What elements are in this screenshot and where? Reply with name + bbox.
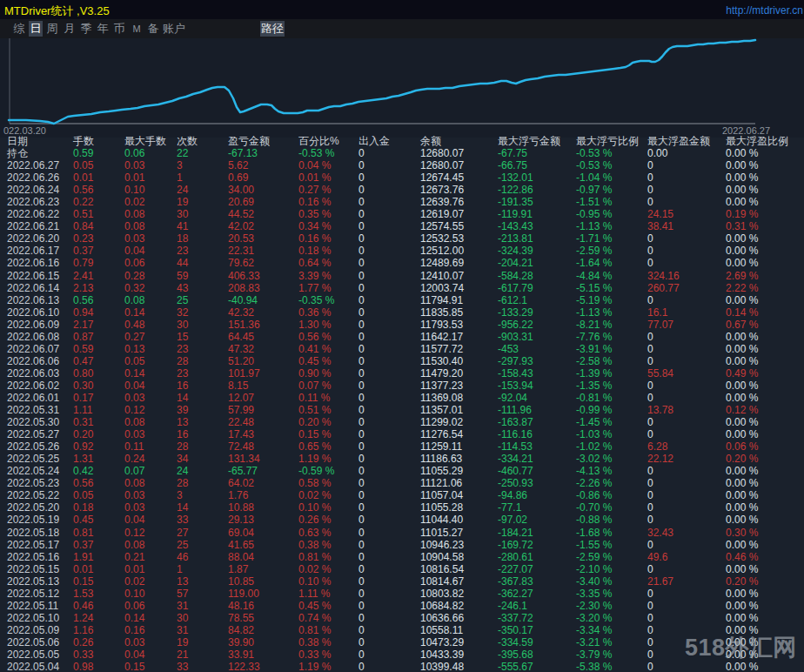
cell: -3.21 % <box>576 636 647 648</box>
cell: 44.52 <box>228 208 298 220</box>
cell: 0.07 % <box>298 380 358 392</box>
cell: 10904.58 <box>420 551 498 563</box>
cell: 0.46 % <box>726 551 804 563</box>
cell: 2022.05.04 <box>7 661 73 672</box>
cell: -3.79 % <box>576 648 647 661</box>
cell: -191.35 <box>498 196 576 208</box>
cell: 0 <box>647 380 726 392</box>
cell: 0 <box>647 343 726 355</box>
cell: -94.86 <box>498 489 576 501</box>
cell: 0.00 % <box>726 294 804 306</box>
cell: 16 <box>177 428 228 440</box>
cell: 10.88 <box>228 501 298 514</box>
cell: -116.16 <box>498 428 576 440</box>
table-row: 2022.06.010.170.031412.070.11 %011369.08… <box>0 392 804 404</box>
menu-item-8[interactable]: M <box>130 21 144 37</box>
cell: -2.10 % <box>576 563 647 575</box>
cell: 77.07 <box>647 319 726 331</box>
cell: 2022.05.31 <box>7 404 73 416</box>
cell: 119.00 <box>228 588 298 600</box>
cell: 0.14 <box>124 306 177 319</box>
cell: 0 <box>647 196 726 208</box>
cell: 11377.23 <box>420 380 498 392</box>
cell: 208.83 <box>228 282 298 294</box>
table-row: 2022.05.050.330.042133.910.33 %010433.39… <box>0 648 804 661</box>
menu-item-6[interactable]: 年 <box>96 21 110 37</box>
cell: 88.04 <box>228 551 298 563</box>
cell: 0 <box>358 343 420 355</box>
cell: 3.39 % <box>298 270 358 282</box>
cell: 8.15 <box>228 380 298 392</box>
cell: -1.39 % <box>576 367 647 380</box>
table-row: 2022.05.230.560.082864.020.58 %011121.06… <box>0 477 804 489</box>
cell: 0.16 % <box>298 196 358 208</box>
path-button[interactable]: 路径 <box>260 21 285 37</box>
cell: -2.59 % <box>576 551 647 563</box>
cell: 11530.40 <box>420 355 498 367</box>
cell: 10636.66 <box>420 612 498 624</box>
cell: 2022.06.02 <box>7 380 73 392</box>
cell: 0.03 <box>124 428 177 440</box>
menu-item-10[interactable]: 账户 <box>161 21 187 37</box>
cell: 2022.05.24 <box>7 465 73 477</box>
cell: 10803.82 <box>420 588 498 600</box>
cell: 0.15 <box>124 661 177 672</box>
cell: 12674.45 <box>420 171 498 184</box>
cell: -3.91 % <box>576 343 647 355</box>
cell: 13.78 <box>647 404 726 416</box>
cell: 2022.06.03 <box>7 367 73 380</box>
cell: 0.26 <box>73 636 124 648</box>
cell: 0.30 <box>73 380 124 392</box>
table-row: 2022.05.190.450.043329.130.26 %011044.40… <box>0 514 804 526</box>
cell: 6.28 <box>647 440 726 453</box>
cell: 0.03 <box>124 232 177 245</box>
col-header-6: 百分比% <box>298 135 358 147</box>
cell: 406.33 <box>228 270 298 282</box>
cell: 0 <box>358 232 420 245</box>
menu-item-7[interactable]: 币 <box>112 21 126 37</box>
cell: 2022.05.26 <box>7 440 73 453</box>
cell: 2022.05.17 <box>7 539 73 551</box>
cell: 0.00 % <box>726 343 804 355</box>
cell: 0.00 % <box>726 465 804 477</box>
menu-item-4[interactable]: 月 <box>63 21 77 37</box>
col-header-10: 最大浮亏比例 <box>576 135 647 147</box>
cell: 0.10 <box>124 588 177 600</box>
cell: 0.02 % <box>298 563 358 575</box>
cell: 39.90 <box>228 636 298 648</box>
cell: 0.46 <box>73 600 124 612</box>
menu-item-5[interactable]: 季 <box>79 21 93 37</box>
cell: 10684.82 <box>420 600 498 612</box>
cell: -4.84 % <box>576 270 647 282</box>
cell: 2.41 <box>73 270 124 282</box>
cell: 0.06 <box>124 600 177 612</box>
cell: 0.17 <box>73 392 124 404</box>
menu-item-9[interactable]: 备 <box>146 21 160 37</box>
cell: -132.01 <box>498 171 576 184</box>
cell: 11793.53 <box>420 319 498 331</box>
cell: 24 <box>177 184 228 196</box>
menu-item-3[interactable]: 周 <box>45 21 59 37</box>
website-link[interactable]: http://mtdriver.cn <box>726 4 803 17</box>
cell: 30 <box>177 319 228 331</box>
cell: 24 <box>177 465 228 477</box>
cell: 0 <box>647 355 726 367</box>
cell: 23 <box>177 343 228 355</box>
cell: 0.45 % <box>298 600 358 612</box>
menu-item-1[interactable]: 综 <box>12 21 26 37</box>
table-row: 2022.06.092.170.4830151.361.30 %011793.5… <box>0 319 804 331</box>
stats-table: 日期手数最大手数次数盈亏金额百分比%出入金余额最大浮亏金额最大浮亏比例最大浮盈金… <box>0 135 804 672</box>
cell: 1.91 <box>73 551 124 563</box>
cell: 0.15 <box>73 575 124 588</box>
cell: 0 <box>647 171 726 184</box>
cell: 0.30 % <box>726 527 804 539</box>
cell: 10558.11 <box>420 624 498 636</box>
menu-item-2[interactable]: 日 <box>29 21 43 37</box>
cell: 1.11 % <box>298 588 358 600</box>
cell: 0 <box>358 208 420 220</box>
cell: 2022.05.27 <box>7 428 73 440</box>
col-header-12: 最大浮盈比例 <box>726 135 804 147</box>
cell: 0.06 <box>124 257 177 269</box>
cell: 79.62 <box>228 257 298 269</box>
cell: 10473.29 <box>420 636 498 648</box>
